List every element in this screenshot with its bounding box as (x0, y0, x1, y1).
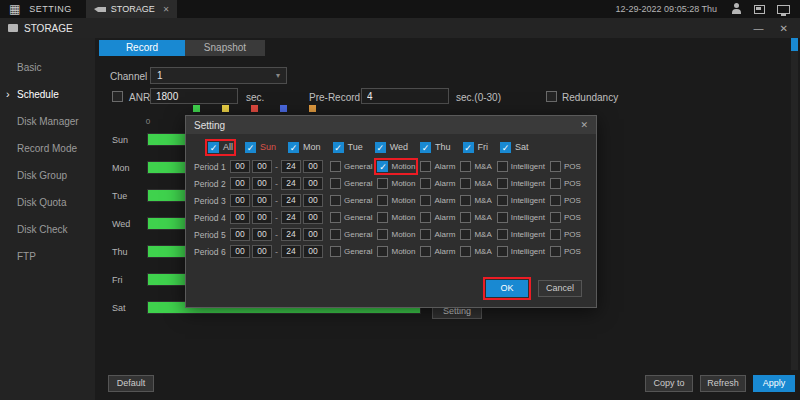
type-checkbox-intelligent[interactable]: Intelligent (497, 178, 545, 189)
type-checkbox-intelligent[interactable]: Intelligent (497, 246, 545, 257)
checkbox[interactable] (550, 212, 561, 223)
type-checkbox-intelligent[interactable]: Intelligent (497, 212, 545, 223)
checkbox[interactable] (330, 195, 341, 206)
checkbox[interactable] (377, 161, 388, 172)
checkbox[interactable] (330, 178, 341, 189)
storage-tab[interactable]: STORAGE ✕ (86, 0, 178, 18)
time-input[interactable]: 00 (230, 160, 250, 173)
time-input[interactable]: 00 (230, 228, 250, 241)
type-checkbox-alarm[interactable]: Alarm (420, 195, 455, 206)
type-checkbox-motion[interactable]: Motion (377, 212, 415, 223)
checkbox[interactable] (377, 212, 388, 223)
checkbox[interactable] (420, 195, 431, 206)
sidebar-item-disk-check[interactable]: Disk Check (0, 216, 95, 243)
type-checkbox-pos[interactable]: POS (550, 195, 581, 206)
checkbox[interactable] (460, 195, 471, 206)
time-input[interactable]: 00 (252, 160, 272, 173)
day-checkbox-fri[interactable]: Fri (463, 142, 489, 153)
checkbox[interactable] (330, 212, 341, 223)
scrollbar-track[interactable] (791, 38, 798, 370)
close-icon[interactable]: ✕ (780, 23, 788, 34)
type-checkbox-alarm[interactable]: Alarm (420, 229, 455, 240)
time-input[interactable]: 00 (252, 228, 272, 241)
time-input[interactable]: 00 (303, 228, 323, 241)
time-input[interactable]: 00 (303, 194, 323, 207)
type-checkbox-m-a[interactable]: M&A (460, 195, 491, 206)
time-input[interactable]: 00 (252, 177, 272, 190)
checkbox[interactable] (208, 142, 219, 153)
time-input[interactable]: 24 (281, 160, 301, 173)
type-checkbox-pos[interactable]: POS (550, 161, 581, 172)
checkbox[interactable] (497, 178, 508, 189)
checkbox[interactable] (330, 161, 341, 172)
tab-record[interactable]: Record (99, 40, 185, 56)
refresh-button[interactable]: Refresh (700, 375, 746, 392)
checkbox[interactable] (460, 229, 471, 240)
dialog-close-icon[interactable]: ✕ (580, 120, 588, 130)
time-input[interactable]: 00 (303, 211, 323, 224)
day-checkbox-tue[interactable]: Tue (333, 142, 363, 153)
type-checkbox-m-a[interactable]: M&A (460, 246, 491, 257)
checkbox[interactable] (497, 212, 508, 223)
checkbox[interactable] (420, 178, 431, 189)
checkbox[interactable] (463, 142, 474, 153)
checkbox[interactable] (333, 142, 344, 153)
time-input[interactable]: 00 (303, 245, 323, 258)
checkbox[interactable] (460, 161, 471, 172)
checkbox[interactable] (500, 142, 511, 153)
anr-checkbox[interactable] (112, 91, 123, 102)
checkbox[interactable] (550, 229, 561, 240)
checkbox[interactable] (550, 246, 561, 257)
checkbox[interactable] (460, 246, 471, 257)
minimize-icon[interactable]: — (754, 23, 764, 34)
type-checkbox-pos[interactable]: POS (550, 246, 581, 257)
type-checkbox-intelligent[interactable]: Intelligent (497, 195, 545, 206)
checkbox[interactable] (330, 246, 341, 257)
default-button[interactable]: Default (108, 375, 154, 392)
prerecord-input[interactable] (361, 88, 449, 104)
sidebar-item-disk-manager[interactable]: Disk Manager (0, 108, 95, 135)
type-checkbox-m-a[interactable]: M&A (460, 212, 491, 223)
checkbox[interactable] (377, 195, 388, 206)
checkbox[interactable] (420, 142, 431, 153)
type-checkbox-motion[interactable]: Motion (377, 246, 415, 257)
time-input[interactable]: 00 (230, 177, 250, 190)
type-checkbox-alarm[interactable]: Alarm (420, 161, 455, 172)
type-checkbox-intelligent[interactable]: Intelligent (497, 161, 545, 172)
time-input[interactable]: 24 (281, 245, 301, 258)
sidebar-item-ftp[interactable]: FTP (0, 243, 95, 270)
type-checkbox-motion[interactable]: Motion (377, 229, 415, 240)
anr-input[interactable] (150, 88, 238, 104)
tab-snapshot[interactable]: Snapshot (185, 40, 265, 56)
sidebar-item-basic[interactable]: Basic (0, 54, 95, 81)
sidebar-item-record-mode[interactable]: Record Mode (0, 135, 95, 162)
channel-select[interactable]: 1 ▾ (150, 67, 287, 84)
time-input[interactable]: 00 (303, 160, 323, 173)
day-checkbox-mon[interactable]: Mon (288, 142, 321, 153)
type-checkbox-alarm[interactable]: Alarm (420, 246, 455, 257)
time-input[interactable]: 00 (252, 194, 272, 207)
type-checkbox-pos[interactable]: POS (550, 212, 581, 223)
ok-button[interactable]: OK (486, 280, 528, 297)
cancel-button[interactable]: Cancel (538, 280, 582, 297)
day-checkbox-wed[interactable]: Wed (375, 142, 408, 153)
type-checkbox-motion[interactable]: Motion (377, 195, 415, 206)
sidebar-item-disk-group[interactable]: Disk Group (0, 162, 95, 189)
type-checkbox-general[interactable]: General (330, 161, 372, 172)
time-input[interactable]: 24 (281, 177, 301, 190)
type-checkbox-motion[interactable]: Motion (377, 178, 415, 189)
checkbox[interactable] (550, 178, 561, 189)
tab-close-icon[interactable]: ✕ (163, 5, 170, 14)
day-checkbox-all[interactable]: All (208, 142, 233, 153)
type-checkbox-m-a[interactable]: M&A (460, 161, 491, 172)
checkbox[interactable] (245, 142, 256, 153)
type-checkbox-intelligent[interactable]: Intelligent (497, 229, 545, 240)
checkbox[interactable] (460, 212, 471, 223)
checkbox[interactable] (497, 195, 508, 206)
checkbox[interactable] (550, 195, 561, 206)
type-checkbox-motion[interactable]: Motion (377, 161, 415, 172)
sidebar-item-schedule[interactable]: ›Schedule (0, 81, 95, 108)
type-checkbox-general[interactable]: General (330, 178, 372, 189)
checkbox[interactable] (377, 178, 388, 189)
type-checkbox-general[interactable]: General (330, 246, 372, 257)
